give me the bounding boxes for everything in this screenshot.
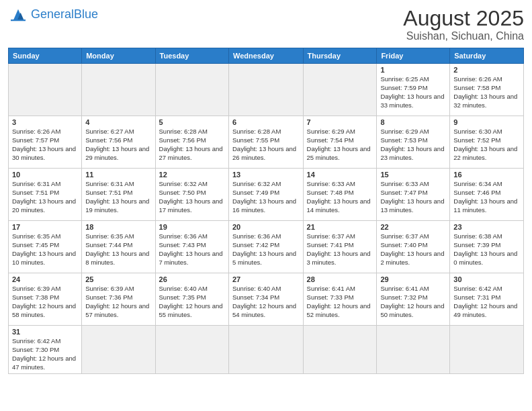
table-row: 8Sunrise: 6:29 AM Sunset: 7:53 PM Daylig… — [377, 116, 450, 169]
table-row: 30Sunrise: 6:42 AM Sunset: 7:31 PM Dayli… — [450, 273, 524, 326]
day-detail: Sunrise: 6:40 AM Sunset: 7:35 PM Dayligh… — [159, 285, 225, 319]
day-number: 14 — [307, 171, 373, 179]
table-row: 22Sunrise: 6:37 AM Sunset: 7:40 PM Dayli… — [377, 221, 450, 273]
table-row: 20Sunrise: 6:36 AM Sunset: 7:42 PM Dayli… — [229, 221, 304, 273]
day-detail: Sunrise: 6:40 AM Sunset: 7:34 PM Dayligh… — [232, 285, 300, 319]
table-row: 19Sunrise: 6:36 AM Sunset: 7:43 PM Dayli… — [155, 221, 228, 273]
col-sunday: Sunday — [9, 48, 82, 64]
table-row: 2Sunrise: 6:26 AM Sunset: 7:58 PM Daylig… — [450, 64, 524, 116]
day-number: 12 — [159, 171, 225, 179]
table-row — [9, 64, 82, 116]
table-row: 29Sunrise: 6:41 AM Sunset: 7:32 PM Dayli… — [377, 273, 450, 326]
table-row: 12Sunrise: 6:32 AM Sunset: 7:50 PM Dayli… — [155, 169, 228, 221]
day-number: 19 — [159, 223, 225, 231]
col-tuesday: Tuesday — [155, 48, 228, 64]
day-detail: Sunrise: 6:37 AM Sunset: 7:41 PM Dayligh… — [307, 232, 373, 267]
day-detail: Sunrise: 6:36 AM Sunset: 7:42 PM Dayligh… — [232, 232, 300, 267]
col-monday: Monday — [82, 48, 155, 64]
day-detail: Sunrise: 6:33 AM Sunset: 7:48 PM Dayligh… — [307, 180, 373, 214]
logo-text: GeneralBlue — [31, 8, 98, 21]
day-detail: Sunrise: 6:36 AM Sunset: 7:43 PM Dayligh… — [159, 232, 225, 267]
day-number: 3 — [12, 118, 78, 126]
day-number: 8 — [380, 118, 446, 126]
day-detail: Sunrise: 6:42 AM Sunset: 7:30 PM Dayligh… — [12, 337, 78, 371]
day-detail: Sunrise: 6:35 AM Sunset: 7:44 PM Dayligh… — [85, 232, 151, 267]
logo: GeneralBlue — [8, 7, 98, 21]
day-detail: Sunrise: 6:39 AM Sunset: 7:36 PM Dayligh… — [85, 285, 151, 319]
day-number: 31 — [12, 328, 78, 336]
day-number: 29 — [380, 275, 446, 283]
day-detail: Sunrise: 6:32 AM Sunset: 7:49 PM Dayligh… — [232, 180, 300, 214]
calendar-table: Sunday Monday Tuesday Wednesday Thursday… — [8, 48, 524, 374]
day-number: 28 — [307, 275, 373, 283]
table-row: 28Sunrise: 6:41 AM Sunset: 7:33 PM Dayli… — [303, 273, 377, 326]
table-row: 6Sunrise: 6:28 AM Sunset: 7:55 PM Daylig… — [229, 116, 304, 169]
logo-general-text: General — [31, 7, 74, 21]
day-detail: Sunrise: 6:39 AM Sunset: 7:38 PM Dayligh… — [12, 285, 78, 319]
table-row: 7Sunrise: 6:29 AM Sunset: 7:54 PM Daylig… — [303, 116, 377, 169]
day-number: 4 — [85, 118, 151, 126]
table-row: 21Sunrise: 6:37 AM Sunset: 7:41 PM Dayli… — [303, 221, 377, 273]
day-detail: Sunrise: 6:32 AM Sunset: 7:50 PM Dayligh… — [159, 180, 225, 214]
day-number: 11 — [85, 171, 151, 179]
day-number: 10 — [12, 171, 78, 179]
day-detail: Sunrise: 6:28 AM Sunset: 7:55 PM Dayligh… — [232, 128, 300, 162]
day-detail: Sunrise: 6:31 AM Sunset: 7:51 PM Dayligh… — [12, 180, 78, 214]
day-detail: Sunrise: 6:27 AM Sunset: 7:56 PM Dayligh… — [85, 128, 151, 162]
table-row — [377, 326, 450, 374]
calendar-title: August 2025 — [403, 7, 524, 30]
table-row: 31Sunrise: 6:42 AM Sunset: 7:30 PM Dayli… — [9, 326, 82, 374]
day-detail: Sunrise: 6:26 AM Sunset: 7:57 PM Dayligh… — [12, 128, 78, 162]
day-detail: Sunrise: 6:29 AM Sunset: 7:53 PM Dayligh… — [380, 128, 446, 162]
title-block: August 2025 Suishan, Sichuan, China — [403, 7, 524, 42]
calendar-week-row: 24Sunrise: 6:39 AM Sunset: 7:38 PM Dayli… — [9, 273, 524, 326]
table-row — [303, 326, 377, 374]
day-detail: Sunrise: 6:35 AM Sunset: 7:45 PM Dayligh… — [12, 232, 78, 267]
logo-blue-text: Blue — [74, 7, 98, 21]
day-number: 25 — [85, 275, 151, 283]
day-detail: Sunrise: 6:41 AM Sunset: 7:32 PM Dayligh… — [380, 285, 446, 319]
table-row: 11Sunrise: 6:31 AM Sunset: 7:51 PM Dayli… — [82, 169, 155, 221]
table-row: 23Sunrise: 6:38 AM Sunset: 7:39 PM Dayli… — [450, 221, 524, 273]
day-number: 27 — [232, 275, 300, 283]
table-row — [155, 326, 228, 374]
day-number: 24 — [12, 275, 78, 283]
col-saturday: Saturday — [450, 48, 524, 64]
day-number: 16 — [453, 171, 520, 179]
table-row — [82, 326, 155, 374]
day-detail: Sunrise: 6:33 AM Sunset: 7:47 PM Dayligh… — [380, 180, 446, 214]
day-number: 2 — [453, 66, 520, 74]
day-detail: Sunrise: 6:25 AM Sunset: 7:59 PM Dayligh… — [380, 75, 446, 109]
calendar-week-row: 3Sunrise: 6:26 AM Sunset: 7:57 PM Daylig… — [9, 116, 524, 169]
day-number: 15 — [380, 171, 446, 179]
calendar-week-row: 17Sunrise: 6:35 AM Sunset: 7:45 PM Dayli… — [9, 221, 524, 273]
day-number: 1 — [380, 66, 446, 74]
calendar-week-row: 31Sunrise: 6:42 AM Sunset: 7:30 PM Dayli… — [9, 326, 524, 374]
table-row: 10Sunrise: 6:31 AM Sunset: 7:51 PM Dayli… — [9, 169, 82, 221]
calendar-subtitle: Suishan, Sichuan, China — [403, 30, 524, 42]
calendar-header-row: Sunday Monday Tuesday Wednesday Thursday… — [9, 48, 524, 64]
table-row: 16Sunrise: 6:34 AM Sunset: 7:46 PM Dayli… — [450, 169, 524, 221]
day-number: 6 — [232, 118, 300, 126]
day-detail: Sunrise: 6:38 AM Sunset: 7:39 PM Dayligh… — [453, 232, 520, 267]
day-detail: Sunrise: 6:28 AM Sunset: 7:56 PM Dayligh… — [159, 128, 225, 162]
table-row: 15Sunrise: 6:33 AM Sunset: 7:47 PM Dayli… — [377, 169, 450, 221]
col-thursday: Thursday — [303, 48, 377, 64]
table-row — [303, 64, 377, 116]
table-row — [229, 326, 304, 374]
day-number: 7 — [307, 118, 373, 126]
day-detail: Sunrise: 6:26 AM Sunset: 7:58 PM Dayligh… — [453, 75, 520, 109]
table-row — [155, 64, 228, 116]
day-number: 17 — [12, 223, 78, 231]
table-row: 18Sunrise: 6:35 AM Sunset: 7:44 PM Dayli… — [82, 221, 155, 273]
day-detail: Sunrise: 6:37 AM Sunset: 7:40 PM Dayligh… — [380, 232, 446, 267]
table-row — [450, 326, 524, 374]
table-row — [229, 64, 304, 116]
table-row: 27Sunrise: 6:40 AM Sunset: 7:34 PM Dayli… — [229, 273, 304, 326]
svg-rect-2 — [11, 19, 26, 21]
table-row: 24Sunrise: 6:39 AM Sunset: 7:38 PM Dayli… — [9, 273, 82, 326]
day-number: 23 — [453, 223, 520, 231]
page: GeneralBlue August 2025 Suishan, Sichuan… — [0, 0, 532, 411]
table-row: 3Sunrise: 6:26 AM Sunset: 7:57 PM Daylig… — [9, 116, 82, 169]
table-row: 26Sunrise: 6:40 AM Sunset: 7:35 PM Dayli… — [155, 273, 228, 326]
